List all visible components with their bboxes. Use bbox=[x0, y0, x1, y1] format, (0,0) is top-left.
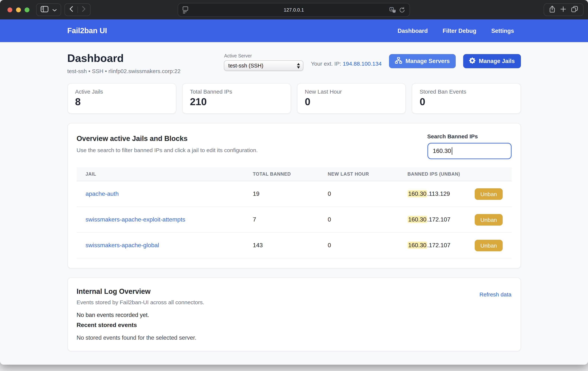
translate-icon[interactable]: A* bbox=[389, 7, 396, 14]
active-server-value: test-ssh (SSH) bbox=[228, 63, 297, 69]
sidebar-icon bbox=[41, 6, 48, 14]
stat-label: Total Banned IPs bbox=[190, 88, 284, 95]
external-ip: Your ext. IP: 194.88.100.134 bbox=[311, 60, 382, 67]
close-window-button[interactable] bbox=[8, 8, 12, 12]
stat-value: 0 bbox=[305, 96, 398, 108]
active-server-block: Active Server test-ssh (SSH) bbox=[224, 53, 304, 71]
log-title: Internal Log Overview bbox=[77, 288, 204, 296]
history-nav-buttons bbox=[64, 3, 91, 16]
banned-ip: 160.30.172.107 bbox=[408, 217, 450, 223]
browser-window: 127.0.0.1 A* bbox=[0, 0, 588, 365]
manage-jails-button[interactable]: Manage Jails bbox=[463, 54, 521, 68]
sitemap-icon bbox=[395, 57, 402, 65]
manage-servers-label: Manage Servers bbox=[405, 58, 450, 65]
banned-ip-cell: 160.30.172.107 Unban bbox=[399, 214, 511, 226]
total-banned-cell: 7 bbox=[244, 217, 319, 223]
no-ban-events-text: No ban events recorded yet. bbox=[77, 312, 204, 319]
window-controls bbox=[8, 8, 30, 12]
stat-card-stored-ban-events: Stored Ban Events 0 bbox=[412, 83, 521, 114]
banned-ip-cell: 160.30.172.107 Unban bbox=[399, 240, 511, 251]
refresh-data-link[interactable]: Refresh data bbox=[479, 291, 511, 341]
overview-subtitle: Use the search to filter banned IPs and … bbox=[77, 147, 258, 153]
unban-button[interactable]: Unban bbox=[475, 188, 503, 200]
search-banned-ips-label: Search Banned IPs bbox=[427, 133, 511, 140]
browser-chrome: 127.0.0.1 A* bbox=[0, 0, 588, 19]
search-input-value: 160.30 bbox=[433, 148, 451, 154]
stat-card-total-banned: Total Banned IPs 210 bbox=[182, 83, 291, 114]
app-navbar: Fail2ban UI Dashboard Filter Debug Setti… bbox=[0, 19, 588, 42]
overview-card: Overview active Jails and Blocks Use the… bbox=[67, 123, 521, 269]
table-row: apache-auth 19 0 160.30.113.129 Unban bbox=[77, 181, 511, 207]
sidebar-toggle-button[interactable] bbox=[36, 3, 61, 16]
reload-icon[interactable] bbox=[399, 7, 405, 14]
stat-value: 0 bbox=[420, 96, 513, 108]
desktop: 127.0.0.1 A* bbox=[0, 0, 588, 371]
total-banned-cell: 19 bbox=[244, 191, 319, 197]
nav-link-settings[interactable]: Settings bbox=[491, 27, 514, 34]
new-last-hour-cell: 0 bbox=[319, 217, 399, 223]
log-subtitle: Events stored by Fail2ban-UI across all … bbox=[77, 299, 204, 306]
column-header-new-last-hour: NEW LAST HOUR bbox=[319, 172, 399, 177]
total-banned-cell: 143 bbox=[244, 242, 319, 249]
gear-icon bbox=[469, 57, 475, 65]
share-icon[interactable] bbox=[549, 5, 555, 14]
back-button[interactable] bbox=[69, 6, 73, 13]
ip-rest: .172.107 bbox=[427, 242, 451, 249]
stat-label: Active Jails bbox=[75, 88, 168, 95]
nav-links: Dashboard Filter Debug Settings bbox=[398, 27, 521, 34]
jail-link[interactable]: swissmakers-apache-global bbox=[85, 242, 159, 249]
minimize-window-button[interactable] bbox=[16, 8, 21, 12]
svg-text:A: A bbox=[391, 8, 393, 11]
jail-link[interactable]: swissmakers-apache-exploit-attempts bbox=[85, 217, 185, 223]
unban-button[interactable]: Unban bbox=[475, 240, 503, 251]
table-header-row: JAIL TOTAL BANNED NEW LAST HOUR BANNED I… bbox=[77, 168, 511, 181]
banned-ip: 160.30.113.129 bbox=[408, 191, 450, 197]
url-text: 127.0.0.1 bbox=[178, 3, 410, 16]
address-bar[interactable]: 127.0.0.1 A* bbox=[178, 3, 410, 17]
new-last-hour-cell: 0 bbox=[319, 242, 399, 249]
external-ip-label: Your ext. IP: bbox=[311, 60, 341, 67]
page-subtitle: test-ssh • SSH • rlinfp02.swissmakers.co… bbox=[67, 68, 180, 74]
unban-button[interactable]: Unban bbox=[475, 214, 503, 226]
page-header: Dashboard test-ssh • SSH • rlinfp02.swis… bbox=[67, 52, 521, 74]
jails-table: JAIL TOTAL BANNED NEW LAST HOUR BANNED I… bbox=[77, 168, 511, 259]
nav-link-filter-debug[interactable]: Filter Debug bbox=[443, 27, 476, 34]
manage-jails-label: Manage Jails bbox=[479, 58, 515, 65]
ip-rest: .172.107 bbox=[427, 217, 451, 223]
forward-button[interactable] bbox=[82, 6, 86, 13]
divider bbox=[77, 6, 78, 13]
jail-link[interactable]: apache-auth bbox=[85, 191, 119, 197]
zoom-window-button[interactable] bbox=[25, 8, 30, 12]
stat-card-active-jails: Active Jails 8 bbox=[67, 83, 176, 114]
column-header-jail: JAIL bbox=[77, 172, 244, 177]
stat-value: 8 bbox=[75, 96, 168, 108]
banned-ip: 160.30.172.107 bbox=[408, 242, 450, 249]
column-header-total-banned: TOTAL BANNED bbox=[244, 172, 319, 177]
no-stored-events-text: No stored events found for the selected … bbox=[77, 335, 204, 341]
ip-highlight: 160.30 bbox=[408, 216, 427, 223]
banned-ip-cell: 160.30.113.129 Unban bbox=[399, 188, 511, 200]
active-server-select[interactable]: test-ssh (SSH) bbox=[224, 60, 304, 71]
stat-card-new-last-hour: New Last Hour 0 bbox=[297, 83, 406, 114]
search-block: Search Banned IPs 160.30 bbox=[427, 132, 511, 159]
text-caret bbox=[452, 147, 452, 155]
search-banned-ips-input[interactable]: 160.30 bbox=[427, 143, 511, 159]
table-row: swissmakers-apache-global 143 0 160.30.1… bbox=[77, 233, 511, 259]
page-title: Dashboard bbox=[67, 52, 180, 65]
manage-servers-button[interactable]: Manage Servers bbox=[389, 54, 456, 68]
new-tab-icon[interactable] bbox=[560, 6, 566, 13]
nav-link-dashboard[interactable]: Dashboard bbox=[398, 27, 428, 34]
stat-label: New Last Hour bbox=[305, 88, 398, 95]
ip-highlight: 160.30 bbox=[408, 242, 427, 249]
stat-label: Stored Ban Events bbox=[420, 88, 513, 95]
table-row: swissmakers-apache-exploit-attempts 7 0 … bbox=[77, 207, 511, 233]
stat-cards: Active Jails 8 Total Banned IPs 210 New … bbox=[67, 83, 521, 114]
external-ip-value[interactable]: 194.88.100.134 bbox=[343, 60, 382, 67]
tabs-overview-icon[interactable] bbox=[571, 6, 578, 14]
recent-stored-events-title: Recent stored events bbox=[77, 322, 204, 329]
brand-logo[interactable]: Fail2ban UI bbox=[67, 26, 107, 35]
svg-text:*: * bbox=[394, 10, 395, 12]
toolbar-right-buttons bbox=[544, 3, 584, 16]
overview-title: Overview active Jails and Blocks bbox=[77, 135, 258, 143]
column-header-banned-ips: BANNED IPS (UNBAN) bbox=[399, 172, 511, 177]
